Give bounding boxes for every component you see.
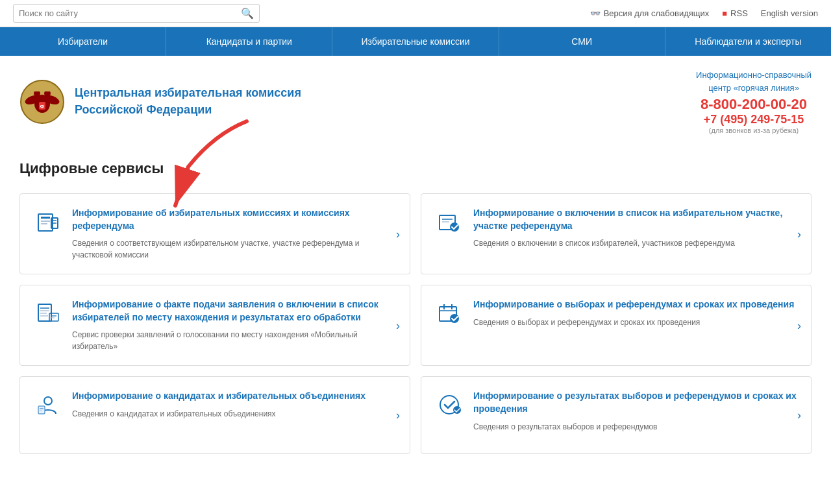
section-title: Цифровые сервисы [19,160,812,177]
card3-title: Информирование о факте подачи заявления … [72,298,397,324]
card4-body: Информирование о выборах и референдумах … [473,298,798,328]
hotline-number2: +7 (495) 249-75-15 [696,113,812,126]
nav-item-observers[interactable]: Наблюдатели и эксперты [665,27,831,56]
card1-title: Информирование об избирательных комиссия… [72,207,397,232]
card2-icon [434,207,464,236]
card3-arrow: › [396,318,400,332]
card4-desc: Сведения о выборах и референдумах и срок… [473,317,798,328]
org-title-line1: Центральная избирательная комиссия [75,85,301,101]
english-link[interactable]: English version [761,8,818,18]
vision-label: Версия для слабовидящих [604,8,710,18]
card6-icon [434,390,464,419]
svg-rect-37 [38,406,45,414]
hotline-note: (для звонков из-за рубежа) [696,126,812,134]
card4-icon [434,298,464,328]
card2-desc: Сведения о включении в список избирателе… [473,237,798,249]
card-application-status[interactable]: Информирование о факте подачи заявления … [19,285,410,366]
main-nav: Избиратели Кандидаты и партии Избиратель… [0,27,831,56]
nav-item-voters[interactable]: Избиратели [0,27,166,56]
org-title-block: Центральная избирательная комиссия Росси… [75,85,301,117]
card2-arrow: › [797,227,801,241]
card3-body: Информирование о факте подачи заявления … [72,298,397,352]
header-section: Ф Центральная избирательная комиссия Рос… [0,56,831,147]
card4-title: Информирование о выборах и референдумах … [473,298,798,311]
cards-grid: Информирование об избирательных комиссия… [19,193,812,454]
card5-icon [33,390,62,419]
hotline-number1: 8-800-200-00-20 [696,96,812,113]
rss-link[interactable]: ■ RSS [722,8,748,18]
card6-arrow: › [797,409,801,422]
card-voter-list[interactable]: Информирование о включении в список на и… [421,193,812,274]
svg-text:Ф: Ф [40,104,45,110]
svg-rect-7 [34,90,40,91]
nav-item-candidates[interactable]: Кандидаты и партии [166,27,332,56]
svg-rect-15 [41,223,47,224]
card5-arrow: › [396,409,400,422]
card1-icon [33,207,62,236]
main-content: Цифровые сервисы [0,147,831,467]
svg-rect-8 [45,90,50,91]
card1-body: Информирование об избирательных комиссия… [72,207,397,261]
svg-rect-12 [38,214,53,231]
card5-title: Информирование о кандидатах и избиратель… [72,390,397,403]
card2-title: Информирование о включении в список на и… [473,207,798,232]
card6-title: Информирование о результатах выборов и р… [473,390,798,415]
svg-rect-13 [41,217,50,219]
card-candidates-info[interactable]: Информирование о кандидатах и избиратель… [19,376,410,454]
hotline-title: Информационно-справочный центр «горячая … [696,69,812,94]
card1-desc: Сведения о соответствующем избирательном… [72,237,397,261]
rss-label: RSS [730,8,748,18]
logo-area: Ф Центральная избирательная комиссия Рос… [19,79,301,125]
card6-body: Информирование о результатах выборов и р… [473,390,798,432]
english-label: English version [761,8,818,18]
card3-icon [33,298,62,328]
card-results[interactable]: Информирование о результатах выборов и р… [421,376,812,454]
nav-item-media[interactable]: СМИ [499,27,665,56]
hotline-area: Информационно-справочный центр «горячая … [696,69,812,134]
card3-desc: Сервис проверки заявлений о голосовании … [72,329,397,352]
vision-link[interactable]: 👓 Версия для слабовидящих [590,8,710,18]
top-right-links: 👓 Версия для слабовидящих ■ RSS English … [590,8,818,18]
search-button[interactable]: 🔍 [241,7,254,19]
search-input[interactable] [19,8,241,18]
svg-point-36 [44,397,52,405]
vision-icon: 👓 [590,8,601,18]
card5-body: Информирование о кандидатах и избиратель… [72,390,397,420]
card2-body: Информирование о включении в список на и… [473,207,798,249]
top-bar: 🔍 👓 Версия для слабовидящих ■ RSS Englis… [0,0,831,27]
card-commissions-info[interactable]: Информирование об избирательных комиссия… [19,193,410,274]
logo-emblem: Ф [19,79,65,125]
search-wrapper: 🔍 [13,4,260,23]
svg-rect-14 [41,221,50,222]
nav-item-commissions[interactable]: Избирательные комиссии [332,27,499,56]
card-elections-dates[interactable]: Информирование о выборах и референдумах … [421,285,812,366]
card4-arrow: › [797,318,801,332]
card1-arrow: › [396,227,400,241]
rss-icon: ■ [722,8,727,18]
card6-desc: Сведения о результатах выборов и референ… [473,421,798,433]
card5-desc: Сведения о кандидатах и избирательных об… [72,408,397,420]
org-title-line2: Российской Федерации [75,102,301,118]
